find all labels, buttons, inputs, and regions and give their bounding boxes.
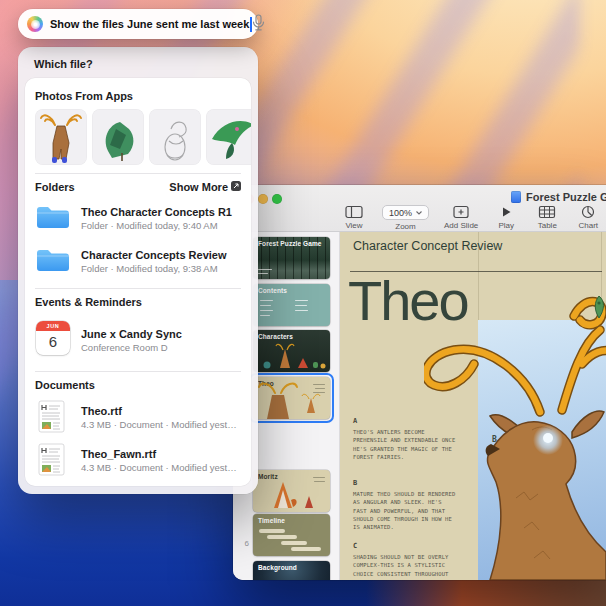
slide-title[interactable]: Theo xyxy=(348,270,468,332)
annotation-text-c[interactable]: SHADING SHOULD NOT BE OVERLY COMPLEX-THI… xyxy=(353,553,457,580)
play-icon xyxy=(499,205,513,219)
photos-section-header: Photos From Apps xyxy=(35,90,133,102)
photo-result-sketch[interactable] xyxy=(149,109,201,165)
folder-icon xyxy=(35,203,71,234)
chart-button[interactable]: Chart xyxy=(575,205,601,230)
siri-icon xyxy=(27,16,43,32)
section-divider xyxy=(35,288,241,289)
annotation-text-b[interactable]: MATURE THEO SHOULD BE RENDERED AS ANGULA… xyxy=(353,490,457,531)
spotlight-search-bar[interactable]: Show the files June sent me last week xyxy=(18,9,258,39)
keynote-titlebar: Forest Puzzle Game View 100% Zoom xyxy=(233,185,606,232)
slide-thumbnail-6[interactable]: Timeline xyxy=(253,514,330,556)
show-more-button[interactable]: Show More xyxy=(169,181,241,193)
events-section-header: Events & Reminders xyxy=(35,296,142,308)
photo-result-green-creature[interactable] xyxy=(92,109,144,165)
spotlight-results-card: Photos From Apps xyxy=(25,78,251,486)
slide-thumbnail-4[interactable]: Theo xyxy=(253,377,330,419)
add-slide-button[interactable]: Add Slide xyxy=(444,205,478,230)
search-input[interactable]: Show the files June sent me last week xyxy=(50,18,249,30)
annotation-label-a[interactable]: A xyxy=(353,417,357,425)
annotation-text-a[interactable]: THEO'S ANTLERS BECOME PREHENSILE AND EXT… xyxy=(353,428,457,461)
green-fairy-illustration[interactable] xyxy=(591,294,606,324)
slide-thumbnail-5[interactable]: Moritz xyxy=(253,470,330,512)
slide-number: 6 xyxy=(239,539,249,548)
documents-section-header: Documents xyxy=(35,379,95,391)
keynote-toolbar: View 100% Zoom Add Slide xyxy=(341,205,601,231)
add-slide-icon xyxy=(452,205,470,219)
photo-result-deer[interactable] xyxy=(35,109,87,165)
slide-thumbnail-1[interactable]: Forest Puzzle Game xyxy=(253,237,330,279)
wallpaper-red-streak xyxy=(366,578,606,606)
rtf-document-icon xyxy=(38,400,65,437)
slide-canvas: Character Concept Review Theo A THEO'S A… xyxy=(340,232,606,580)
keynote-document-icon xyxy=(511,191,521,203)
spotlight-results-panel: Which file? Photos From Apps xyxy=(18,47,258,494)
zoom-dropdown[interactable]: 100% xyxy=(382,205,429,220)
folder-icon xyxy=(35,246,71,277)
zoom-control[interactable]: 100% Zoom xyxy=(382,205,429,231)
sidebar-view-icon xyxy=(345,205,363,219)
rtf-document-icon xyxy=(38,443,65,480)
minimize-button[interactable] xyxy=(258,194,268,204)
keynote-window: Forest Puzzle Game View 100% Zoom xyxy=(233,185,606,580)
play-button[interactable]: Play xyxy=(493,205,519,230)
open-arrow-icon xyxy=(231,181,241,193)
section-divider xyxy=(35,173,241,174)
figure-callout-b: B xyxy=(492,435,497,444)
annotation-label-b[interactable]: B xyxy=(353,479,357,487)
view-button[interactable]: View xyxy=(341,205,367,230)
slide-thumbnail-7[interactable]: Background xyxy=(253,561,330,580)
table-icon xyxy=(538,205,556,219)
table-button[interactable]: Table xyxy=(534,205,560,230)
annotation-label-c[interactable]: C xyxy=(353,542,357,550)
microphone-button[interactable] xyxy=(252,14,265,35)
slide-thumbnail-3[interactable]: Characters xyxy=(253,330,330,372)
folders-section-header: Folders xyxy=(35,181,75,193)
zoom-window-button[interactable] xyxy=(272,194,282,204)
section-divider xyxy=(35,371,241,372)
chevron-down-icon xyxy=(416,211,422,215)
chart-icon xyxy=(581,205,595,219)
desktop: Forest Puzzle Game View 100% Zoom xyxy=(0,0,606,606)
window-title: Forest Puzzle Game xyxy=(511,191,606,203)
photo-result-winged-creature[interactable] xyxy=(206,109,251,165)
calendar-icon: JUN 6 xyxy=(36,321,70,355)
slide-thumbnail-2[interactable]: Contents xyxy=(253,284,330,326)
spotlight-prompt: Which file? xyxy=(34,58,93,70)
slide-heading[interactable]: Character Concept Review xyxy=(353,239,502,253)
